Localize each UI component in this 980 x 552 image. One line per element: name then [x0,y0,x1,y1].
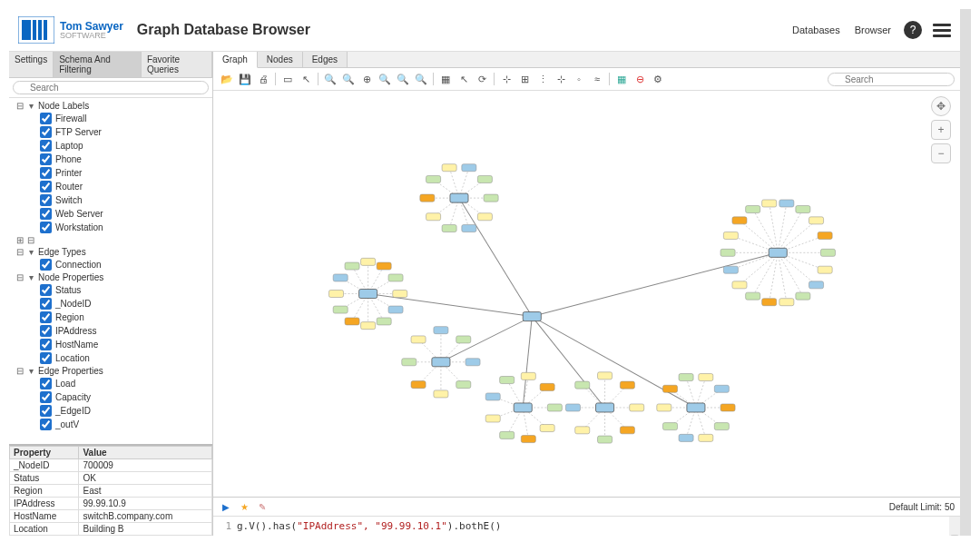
svg-rect-31 [477,175,492,182]
graph-search-input[interactable] [828,73,955,86]
open-icon[interactable]: 📂 [219,71,235,87]
databases-link[interactable]: Databases [792,25,840,35]
run-query-icon[interactable]: ▶ [219,499,233,514]
refresh-icon[interactable]: ⟳ [474,71,490,87]
node-prop-check-3[interactable] [40,325,52,337]
edge-types-group[interactable]: Edge Types [38,247,86,257]
edge-prop-label-1: Capacity [55,392,91,402]
edge-prop-check-1[interactable] [40,391,52,403]
svg-rect-3 [38,20,42,40]
node-labels-group[interactable]: Node Labels [38,101,89,111]
layout5-icon[interactable]: ◦ [571,71,587,87]
node-prop-check-2[interactable] [40,311,52,323]
node-props-group[interactable]: Node Properties [38,272,103,282]
collapse2-icon[interactable]: ⊟ [25,235,36,245]
svg-rect-131 [687,403,705,412]
zoom-100-icon[interactable]: 🔍 [377,71,393,87]
svg-rect-120 [662,423,677,430]
node-label-check-3[interactable] [40,153,52,165]
query-text[interactable]: g.V().has("IPAddress", "99.99.10.1").bot… [237,520,501,532]
add-icon[interactable]: ▦ [613,71,630,87]
schema-search-input[interactable] [13,81,209,94]
collapse-icon[interactable]: ▾ [25,101,36,111]
prop-key: IPAddress [10,498,79,510]
layout3-icon[interactable]: ⋮ [534,71,551,87]
zoom-in-icon[interactable]: 🔍 [322,71,338,87]
edge-type-check-0[interactable] [40,259,52,271]
collapse-all-icon[interactable]: ⊟ [15,101,25,111]
svg-rect-97 [620,427,634,434]
overview-icon[interactable]: ▦ [437,71,454,87]
node-label-label-1: FTP Server [55,127,102,137]
edge-prop-check-3[interactable] [40,419,52,430]
delete-icon[interactable]: ⊖ [632,71,648,87]
node-label-check-1[interactable] [40,126,52,138]
zoom-fit-icon[interactable]: ⊕ [358,71,375,87]
layout1-icon[interactable]: ⊹ [498,71,514,87]
print-icon[interactable]: 🖨 [255,71,271,87]
query-line-number: 1 [219,520,231,532]
svg-rect-168 [769,248,787,257]
select-icon[interactable]: ▭ [279,71,296,87]
tab-nodes[interactable]: Nodes [258,52,303,67]
svg-line-9 [532,317,604,408]
node-prop-check-5[interactable] [40,352,52,364]
node-prop-check-1[interactable] [40,298,52,310]
tab-favorites[interactable]: Favorite Queries [142,52,212,77]
zoom-in-button[interactable]: + [931,120,951,140]
clear-query-icon[interactable]: ✎ [255,499,270,514]
cursor-icon[interactable]: ↖ [456,71,472,87]
node-prop-check-0[interactable] [40,284,52,296]
layout2-icon[interactable]: ⊞ [516,71,533,87]
zoom-out-button[interactable]: − [931,143,951,163]
node-label-check-2[interactable] [40,140,52,152]
favorite-query-icon[interactable]: ★ [237,499,251,514]
node-label-check-6[interactable] [40,194,52,206]
node-label-check-7[interactable] [40,208,52,220]
tab-schema[interactable]: Schema And Filtering [54,52,142,77]
query-scrollbar[interactable] [949,517,960,536]
hamburger-menu-icon[interactable] [933,24,951,37]
svg-rect-1 [22,20,31,40]
save-icon[interactable]: 💾 [237,71,253,87]
svg-rect-92 [540,383,554,390]
svg-rect-21 [426,213,441,221]
pointer-icon[interactable]: ↖ [298,71,314,87]
prop-key: Status [10,472,79,485]
node-label-label-6: Switch [55,195,82,205]
help-icon[interactable]: ? [904,21,922,39]
svg-rect-56 [388,274,403,281]
edge-prop-check-0[interactable] [40,378,52,389]
edge-props-group[interactable]: Edge Properties [38,366,103,376]
zoom-area-icon[interactable]: 🔍 [413,71,429,87]
tab-edges[interactable]: Edges [303,52,348,67]
expand-all-icon[interactable]: ⊞ [15,235,25,245]
node-label-label-0: Firewall [55,113,86,123]
edge-prop-check-2[interactable] [40,405,52,417]
svg-rect-130 [714,385,729,392]
node-label-label-4: Printer [55,168,82,178]
graph-canvas[interactable]: ✥ + − [213,91,960,497]
tab-settings[interactable]: Settings [9,52,54,77]
svg-rect-109 [620,381,634,389]
zoom-out-icon[interactable]: 🔍 [340,71,357,87]
default-limit-value: 50 [945,502,955,512]
svg-rect-141 [779,299,794,306]
pan-control-icon[interactable]: ✥ [931,96,951,116]
node-label-check-0[interactable] [40,113,52,124]
node-label-check-4[interactable] [40,167,52,179]
node-prop-check-4[interactable] [40,339,52,350]
node-label-check-8[interactable] [40,222,52,233]
settings-icon[interactable]: ⚙ [650,71,666,87]
zoom-sel-icon[interactable]: 🔍 [395,71,411,87]
svg-rect-65 [411,381,426,389]
node-label-check-5[interactable] [40,181,52,192]
tab-graph[interactable]: Graph [213,52,258,68]
svg-rect-116 [699,434,713,441]
layout4-icon[interactable]: ⊹ [553,71,569,87]
svg-line-5 [459,198,532,316]
svg-rect-124 [662,385,677,392]
browser-link[interactable]: Browser [855,25,891,35]
svg-rect-2 [33,20,36,40]
layout6-icon[interactable]: ≈ [589,71,605,87]
